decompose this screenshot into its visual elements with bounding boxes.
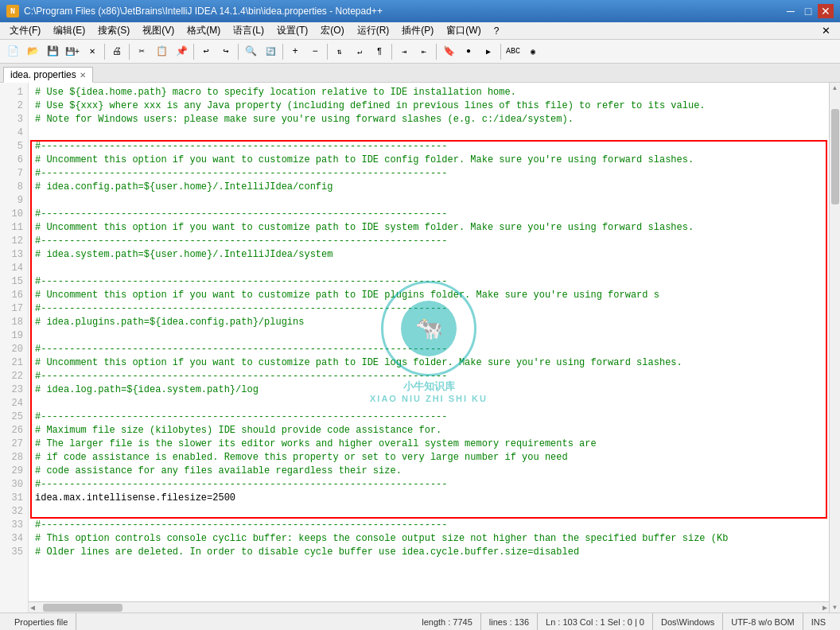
separator-9 [500, 44, 501, 60]
line-number: 14 [0, 262, 28, 275]
line-number: 17 [0, 302, 28, 316]
monochrome-button[interactable]: ◉ [523, 42, 542, 61]
menu-settings[interactable]: 设置(T) [270, 22, 314, 39]
status-bar: Properties file length : 7745 lines : 13… [0, 612, 840, 630]
code-line: #---------------------------------------… [35, 275, 822, 289]
view-all-button[interactable]: ¶ [370, 42, 389, 61]
line-number: 27 [0, 438, 28, 451]
menu-search[interactable]: 搜索(S) [91, 22, 136, 39]
line-number: 7 [0, 167, 28, 181]
cut-button[interactable]: ✂ [132, 42, 151, 61]
replace-button[interactable]: 🔄 [261, 42, 280, 61]
zoom-out-button[interactable]: − [305, 42, 325, 61]
toolbar: 📄 📂 💾 💾+ ✕ 🖨 ✂ 📋 📌 ↩ ↪ 🔍 🔄 + − ⇅ ↵ ¶ ⇥ ⇤… [0, 40, 840, 64]
line-number: 33 [0, 519, 28, 532]
menu-help[interactable]: ? [488, 24, 506, 38]
code-line: # Note for Windows users: please make su… [35, 113, 822, 126]
tab-close-button[interactable]: ✕ [80, 71, 86, 80]
menu-view[interactable]: 视图(V) [136, 22, 181, 39]
print-button[interactable]: 🖨 [107, 42, 126, 61]
separator-5 [282, 44, 283, 60]
editor-area: 1234567891011121314151617181920212223242… [0, 83, 840, 612]
run-macro-button[interactable]: ▶ [479, 42, 498, 61]
code-area[interactable]: # Use ${idea.home.path} macro to specify… [29, 83, 829, 601]
line-number: 16 [0, 289, 28, 302]
bom-section: UTF-8 w/o BOM [723, 613, 803, 630]
code-line: # idea.system.path=${user.home}/.Intelli… [35, 248, 822, 262]
sync-scroll-button[interactable]: ⇅ [330, 42, 349, 61]
length-section: length : 7745 [414, 613, 481, 630]
close-button[interactable]: ✕ [83, 42, 102, 61]
line-number: 29 [0, 465, 28, 478]
line-number: 11 [0, 221, 28, 235]
save-all-button[interactable]: 💾+ [63, 42, 82, 61]
line-ending: Dos\Windows [661, 617, 714, 627]
editor-container[interactable]: # Use ${idea.home.path} macro to specify… [29, 83, 829, 601]
line-number: 1 [0, 86, 28, 99]
paste-button[interactable]: 📌 [172, 42, 191, 61]
code-line: # The larger file is the slower its edit… [35, 438, 822, 451]
line-number: 6 [0, 154, 28, 167]
code-line: #---------------------------------------… [35, 478, 822, 492]
save-button[interactable]: 💾 [43, 42, 62, 61]
close-button[interactable]: ✕ [818, 4, 834, 18]
redo-button[interactable]: ↪ [216, 42, 235, 61]
line-number: 9 [0, 194, 28, 208]
line-number: 25 [0, 410, 28, 424]
line-number: 30 [0, 478, 28, 492]
menu-format[interactable]: 格式(M) [181, 22, 227, 39]
minimize-button[interactable]: ─ [783, 4, 799, 18]
file-type: Properties file [14, 617, 68, 627]
menu-window[interactable]: 窗口(W) [440, 22, 487, 39]
line-number: 21 [0, 356, 28, 370]
line-number: 22 [0, 370, 28, 383]
menu-language[interactable]: 语言(L) [227, 22, 270, 39]
open-button[interactable]: 📂 [23, 42, 42, 61]
line-numbers: 1234567891011121314151617181920212223242… [0, 83, 29, 612]
new-button[interactable]: 📄 [3, 42, 22, 61]
indent-button[interactable]: ⇥ [395, 42, 414, 61]
separator-2 [129, 44, 130, 60]
code-line: #---------------------------------------… [35, 235, 822, 248]
code-line: #---------------------------------------… [35, 370, 822, 383]
code-line: #---------------------------------------… [35, 343, 822, 356]
line-number: 4 [0, 126, 28, 140]
vertical-scrollbar[interactable]: ▲ ▼ [829, 83, 840, 612]
close-all-button[interactable]: ✕ [815, 23, 837, 38]
code-line: #---------------------------------------… [35, 519, 822, 532]
line-number: 26 [0, 424, 28, 438]
tab-idea-properties[interactable]: idea. properties ✕ [3, 67, 93, 83]
menu-plugins[interactable]: 插件(P) [395, 22, 440, 39]
line-number: 28 [0, 451, 28, 465]
zoom-in-button[interactable]: + [286, 42, 305, 61]
file-lines: lines : 136 [489, 617, 529, 627]
word-wrap-button[interactable]: ↵ [350, 42, 369, 61]
horizontal-scrollbar[interactable]: ◀ ▶ [29, 601, 829, 612]
macro-button[interactable]: ● [459, 42, 478, 61]
find-button[interactable]: 🔍 [241, 42, 260, 61]
code-line: # idea.config.path=${user.home}/.Intelli… [35, 181, 822, 194]
line-number: 13 [0, 248, 28, 262]
code-line: # if code assistance is enabled. Remove … [35, 451, 822, 465]
h-scrollbar-thumb[interactable] [43, 604, 122, 612]
cursor-position: Ln : 103 Col : 1 Sel : 0 | 0 [546, 617, 644, 627]
line-number: 2 [0, 99, 28, 113]
spell-check-button[interactable]: ABC [504, 42, 523, 61]
code-line [35, 262, 822, 275]
menu-run[interactable]: 运行(R) [351, 22, 396, 39]
menu-edit[interactable]: 编辑(E) [47, 22, 91, 39]
separator-4 [238, 44, 239, 60]
menu-file[interactable]: 文件(F) [3, 22, 47, 39]
menu-macro[interactable]: 宏(O) [314, 22, 350, 39]
v-scrollbar-thumb[interactable] [831, 109, 839, 204]
title-bar: N C:\Program Files (x86)\JetBrains\Intel… [0, 0, 840, 22]
copy-button[interactable]: 📋 [152, 42, 171, 61]
maximize-button[interactable]: □ [800, 4, 816, 18]
outdent-button[interactable]: ⇤ [414, 42, 434, 61]
position-section: Ln : 103 Col : 1 Sel : 0 | 0 [538, 613, 653, 630]
line-number: 23 [0, 383, 28, 397]
bookmark-button[interactable]: 🔖 [439, 42, 458, 61]
app-icon: N [6, 5, 19, 18]
line-number: 32 [0, 505, 28, 519]
undo-button[interactable]: ↩ [196, 42, 216, 61]
